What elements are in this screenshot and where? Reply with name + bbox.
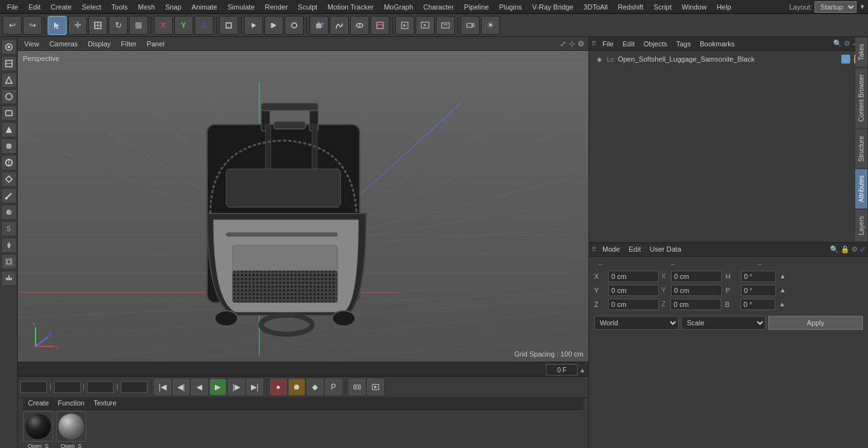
attr-z-pos-input[interactable] <box>608 299 659 310</box>
vp-settings-icon[interactable]: ⚙ <box>578 39 585 48</box>
left-tool-2[interactable] <box>1 56 17 71</box>
nurbs-button[interactable] <box>350 16 369 35</box>
mat-menu-create[interactable]: Create <box>25 398 51 408</box>
menu-edit[interactable]: Edit <box>24 2 45 12</box>
menu-window[interactable]: Window <box>677 2 711 12</box>
menu-tools[interactable]: Tools <box>107 2 132 12</box>
left-tool-12[interactable]: S <box>1 221 17 236</box>
frame-end-b-input[interactable]: 90 F <box>121 381 147 393</box>
x-axis-button[interactable]: X <box>154 16 173 35</box>
obj-settings-icon[interactable]: ⚙ <box>844 39 850 48</box>
menu-help[interactable]: Help <box>712 2 736 12</box>
left-tool-5[interactable] <box>1 105 17 121</box>
current-frame-right-input[interactable] <box>546 364 578 376</box>
move-tool-button[interactable]: ✛ <box>68 16 87 35</box>
attr-search-icon[interactable]: 🔍 <box>830 245 839 254</box>
attr-y-rot-input[interactable] <box>741 285 776 296</box>
left-tool-1[interactable] <box>1 39 17 55</box>
step-back-button[interactable]: ◀| <box>173 379 189 395</box>
vp-maximize-icon[interactable]: ⤢ <box>560 39 566 48</box>
cube-button[interactable] <box>309 16 329 35</box>
menu-character[interactable]: Character <box>419 2 458 12</box>
menu-simulate[interactable]: Simulate <box>223 2 259 12</box>
material-item-2[interactable]: Open_S <box>56 411 86 449</box>
auto-keyframe-button[interactable]: ⏺ <box>288 379 305 395</box>
scale-tool-button[interactable] <box>88 16 107 35</box>
vp-menu-view[interactable]: View <box>22 39 42 49</box>
spline-button[interactable] <box>330 16 349 35</box>
left-tool-7[interactable] <box>1 139 17 154</box>
attr-expand-icon[interactable]: ⤢ <box>860 245 865 254</box>
attr-menu-userdata[interactable]: User Data <box>648 244 684 254</box>
apply-button[interactable]: Apply <box>768 316 863 330</box>
render-movie-button[interactable] <box>367 379 384 395</box>
left-tool-10[interactable] <box>1 188 17 203</box>
menu-motion-tracker[interactable]: Motion Tracker <box>323 2 378 12</box>
animate-record-button[interactable] <box>244 16 263 35</box>
attr-y-pos-input[interactable] <box>608 285 659 296</box>
light-button[interactable]: ☀ <box>481 16 500 35</box>
vp-menu-filter[interactable]: Filter <box>118 39 139 49</box>
obj-menu-bookmarks[interactable]: Bookmarks <box>697 39 737 49</box>
vp-camera-icon[interactable]: ⊹ <box>569 39 575 48</box>
obj-search-icon[interactable]: 🔍 <box>833 39 842 48</box>
viewport-canvas[interactable]: Perspective Grid Spacing : 100 cm X Y Z <box>18 51 588 362</box>
attr-x-size-input[interactable] <box>671 271 722 282</box>
tab-layers[interactable]: Layers <box>855 209 868 242</box>
menu-sculpt[interactable]: Sculpt <box>294 2 322 12</box>
redo-button[interactable]: ↪ <box>23 16 42 35</box>
obj-menu-file[interactable]: File <box>600 39 616 49</box>
tab-structure[interactable]: Structure <box>855 129 868 169</box>
camera-button[interactable] <box>461 16 480 35</box>
attr-lock-icon[interactable]: 🔒 <box>841 245 850 254</box>
tab-content-browser[interactable]: Content Browser <box>855 67 868 128</box>
render-settings-button[interactable] <box>436 16 455 35</box>
obj-menu-tags[interactable]: Tags <box>674 39 693 49</box>
deformer-button[interactable] <box>370 16 390 35</box>
menu-redshift[interactable]: Redshift <box>613 2 648 12</box>
play-back-button[interactable]: ◀ <box>191 379 208 395</box>
rotate-tool-button[interactable]: ↻ <box>109 16 128 35</box>
menu-select[interactable]: Select <box>78 2 106 12</box>
attr-z-size-input[interactable] <box>670 299 721 310</box>
menu-create[interactable]: Create <box>46 2 76 12</box>
motion-clip-button[interactable] <box>349 379 365 395</box>
world-dropdown[interactable]: World Local <box>594 316 679 330</box>
left-tool-14[interactable] <box>1 254 17 269</box>
z-axis-button[interactable]: Z <box>194 16 214 35</box>
tab-attributes[interactable]: Attributes <box>855 168 868 209</box>
viewport[interactable]: View Cameras Display Filter Panel ⤢ ⊹ ⚙ <box>18 37 588 362</box>
object-mode-button[interactable] <box>219 16 238 35</box>
left-tool-6[interactable] <box>1 122 17 137</box>
menu-mograph[interactable]: MoGraph <box>379 2 417 12</box>
timeline-ruler[interactable]: 0 5 10 15 20 25 30 35 40 45 50 55 60 65 <box>18 362 588 376</box>
vp-menu-panel[interactable]: Panel <box>144 39 167 49</box>
menu-snap[interactable]: Snap <box>161 2 186 12</box>
frame-start-input[interactable]: 0 F <box>20 381 47 393</box>
render-region-button[interactable] <box>395 16 414 35</box>
menu-render[interactable]: Render <box>261 2 292 12</box>
attr-y-size-input[interactable] <box>671 285 722 296</box>
menu-mesh[interactable]: Mesh <box>133 2 159 12</box>
left-tool-8[interactable] <box>1 155 17 170</box>
menu-3dtoall[interactable]: 3DToAll <box>579 2 612 12</box>
left-tool-9[interactable] <box>1 172 17 187</box>
menu-vray[interactable]: V-Ray Bridge <box>528 2 578 12</box>
vp-menu-display[interactable]: Display <box>85 39 113 49</box>
obj-menu-objects[interactable]: Objects <box>641 39 670 49</box>
goto-end-button[interactable]: ▶| <box>247 379 263 395</box>
playback-options[interactable]: P <box>325 379 342 395</box>
attr-z-rot-input[interactable] <box>740 299 775 310</box>
layout-dropdown-select[interactable]: Startup <box>815 1 857 13</box>
attr-menu-mode[interactable]: Mode <box>600 244 623 254</box>
render-to-view-button[interactable] <box>416 16 435 35</box>
animate-pos-button[interactable] <box>264 16 283 35</box>
left-tool-4[interactable] <box>1 89 17 104</box>
obj-menu-edit[interactable]: Edit <box>620 39 637 49</box>
frame-current-input[interactable]: 0 F <box>54 381 81 393</box>
universal-tool-button[interactable] <box>129 16 148 35</box>
tab-takes[interactable]: Takes <box>855 37 868 67</box>
undo-button[interactable]: ↩ <box>3 16 22 35</box>
left-tool-13[interactable] <box>1 238 17 253</box>
select-tool-button[interactable] <box>48 16 67 35</box>
